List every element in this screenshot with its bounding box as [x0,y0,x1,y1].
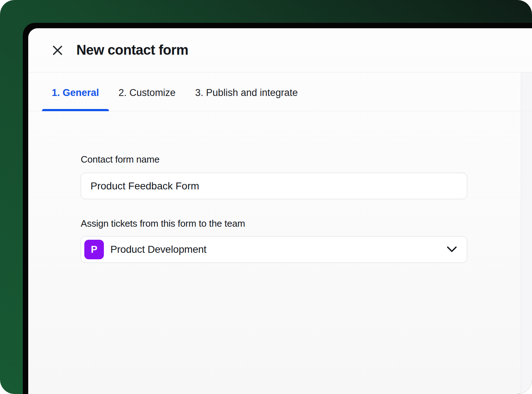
tab-bar: 1. General 2. Customize 3. Publish and i… [28,72,532,111]
app-background: New contact form 1. General 2. Customize… [0,0,532,394]
close-icon [51,44,64,56]
team-select-value: Product Development [110,244,206,255]
modal-title: New contact form [76,42,188,58]
chevron-down-icon [446,246,457,253]
tab-content-general: Contact form name Assign tickets from th… [28,111,503,394]
close-button[interactable] [50,42,66,58]
modal-panel: New contact form 1. General 2. Customize… [28,28,532,394]
modal-header: New contact form [28,28,532,72]
tab-customize-label: 2. Customize [119,87,176,98]
tab-publish-and-integrate[interactable]: 3. Publish and integrate [185,72,308,111]
tab-publish-label: 3. Publish and integrate [195,87,298,98]
tab-general[interactable]: 1. General [42,72,109,111]
new-contact-form-modal: New contact form 1. General 2. Customize… [23,23,532,394]
tab-general-label: 1. General [52,87,99,98]
contact-form-name-input[interactable] [81,173,467,199]
side-panel-divider [521,72,532,394]
tab-customize[interactable]: 2. Customize [109,72,186,111]
contact-form-name-label: Contact form name [81,154,160,165]
team-avatar: P [84,240,104,259]
assign-team-label: Assign tickets from this form to the tea… [81,218,245,229]
team-select[interactable]: P Product Development [81,236,467,263]
